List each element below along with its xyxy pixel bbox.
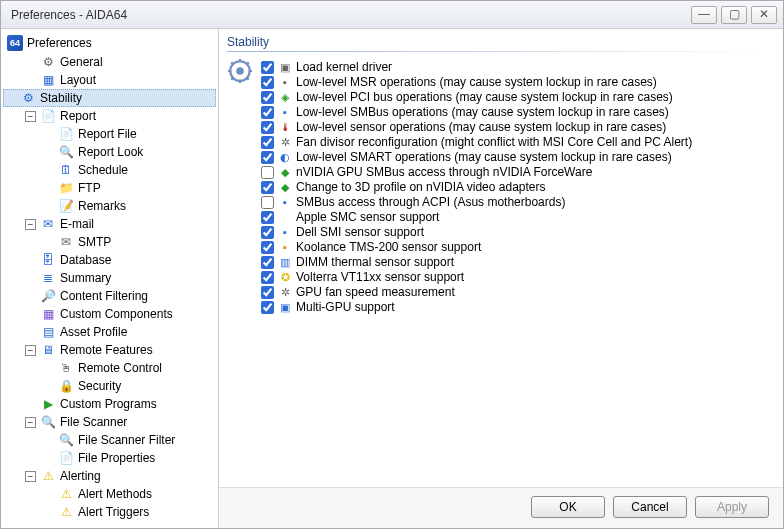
tree-item-asset-profile[interactable]: ▤Asset Profile <box>3 323 216 341</box>
tree-item-e-mail[interactable]: −✉E-mail <box>3 215 216 233</box>
tree-item-remote-control[interactable]: 🖱Remote Control <box>3 359 216 377</box>
option-label: Dell SMI sensor support <box>296 225 424 239</box>
close-button[interactable]: ✕ <box>751 6 777 24</box>
option-checkbox[interactable] <box>261 166 274 179</box>
tree-item-alerting[interactable]: −⚠Alerting <box>3 467 216 485</box>
option-checkbox[interactable] <box>261 196 274 209</box>
tree-item-report[interactable]: −📄Report <box>3 107 216 125</box>
option-checkbox[interactable] <box>261 301 274 314</box>
expander-icon[interactable]: − <box>25 345 36 356</box>
tree-item-label: Alert Triggers <box>78 505 149 519</box>
maximize-button[interactable]: ▢ <box>721 6 747 24</box>
option-checkbox[interactable] <box>261 121 274 134</box>
option-row: ▣Load kernel driver <box>261 60 692 74</box>
svg-line-7 <box>247 78 249 80</box>
tree-item-ftp[interactable]: 📁FTP <box>3 179 216 197</box>
tree-item-label: FTP <box>78 181 101 195</box>
option-icon: ✲ <box>278 285 292 299</box>
tree-item-label: Report <box>60 109 96 123</box>
option-icon: ◈ <box>278 90 292 104</box>
cancel-button[interactable]: Cancel <box>613 496 687 518</box>
option-label: Low-level SMBus operations (may cause sy… <box>296 105 669 119</box>
option-icon: ▣ <box>278 300 292 314</box>
tree-item-smtp[interactable]: ✉SMTP <box>3 233 216 251</box>
option-checkbox[interactable] <box>261 151 274 164</box>
option-checkbox[interactable] <box>261 181 274 194</box>
tree-item-label: General <box>60 55 103 69</box>
option-checkbox[interactable] <box>261 136 274 149</box>
tree-item-summary[interactable]: ≣Summary <box>3 269 216 287</box>
ok-button[interactable]: OK <box>531 496 605 518</box>
option-checkbox[interactable] <box>261 76 274 89</box>
option-label: Fan divisor reconfiguration (might confl… <box>296 135 692 149</box>
tree-item-file-scanner-filter[interactable]: 🔍File Scanner Filter <box>3 431 216 449</box>
tree-item-file-scanner[interactable]: −🔍File Scanner <box>3 413 216 431</box>
option-icon: ▪ <box>278 240 292 254</box>
tree-item-label: Remote Features <box>60 343 153 357</box>
expander-icon[interactable]: − <box>25 471 36 482</box>
option-icon: ▪ <box>278 75 292 89</box>
option-checkbox[interactable] <box>261 61 274 74</box>
remote-features-icon: 🖥 <box>40 342 56 358</box>
tree-item-alert-triggers[interactable]: ⚠Alert Triggers <box>3 503 216 521</box>
option-checkbox[interactable] <box>261 241 274 254</box>
option-label: SMBus access through ACPI (Asus motherbo… <box>296 195 565 209</box>
tree-item-label: E-mail <box>60 217 94 231</box>
option-row: Apple SMC sensor support <box>261 210 692 224</box>
option-row: 🌡Low-level sensor operations (may cause … <box>261 120 692 134</box>
summary-icon: ≣ <box>40 270 56 286</box>
report-icon: 📄 <box>40 108 56 124</box>
stability-icon: ⚙ <box>20 90 36 106</box>
expander-icon[interactable]: − <box>25 417 36 428</box>
tree-item-schedule[interactable]: 🗓Schedule <box>3 161 216 179</box>
expander-icon[interactable]: − <box>25 219 36 230</box>
option-label: Multi-GPU support <box>296 300 395 314</box>
option-icon: ▣ <box>278 60 292 74</box>
tree-item-stability[interactable]: ⚙Stability <box>3 89 216 107</box>
tree-item-security[interactable]: 🔒Security <box>3 377 216 395</box>
option-row: ▪Koolance TMS-200 sensor support <box>261 240 692 254</box>
tree-item-general[interactable]: ⚙General <box>3 53 216 71</box>
option-checkbox[interactable] <box>261 211 274 224</box>
option-checkbox[interactable] <box>261 91 274 104</box>
file-properties-icon: 📄 <box>58 450 74 466</box>
option-checkbox[interactable] <box>261 226 274 239</box>
tree-item-report-file[interactable]: 📄Report File <box>3 125 216 143</box>
tree-item-label: File Scanner Filter <box>78 433 175 447</box>
expander-icon[interactable]: − <box>25 111 36 122</box>
tree-item-content-filtering[interactable]: 🔎Content Filtering <box>3 287 216 305</box>
option-icon: ▪ <box>278 105 292 119</box>
tree-item-layout[interactable]: ▦Layout <box>3 71 216 89</box>
option-label: Volterra VT11xx sensor support <box>296 270 464 284</box>
custom-programs-icon: ▶ <box>40 396 56 412</box>
tree-item-custom-components[interactable]: ▦Custom Components <box>3 305 216 323</box>
tree-item-remote-features[interactable]: −🖥Remote Features <box>3 341 216 359</box>
tree-item-remarks[interactable]: 📝Remarks <box>3 197 216 215</box>
option-checkbox[interactable] <box>261 271 274 284</box>
custom-components-icon: ▦ <box>40 306 56 322</box>
svg-line-8 <box>231 78 233 80</box>
nav-tree[interactable]: 64 Preferences ⚙General▦Layout⚙Stability… <box>1 29 219 528</box>
tree-item-alert-methods[interactable]: ⚠Alert Methods <box>3 485 216 503</box>
apply-button[interactable]: Apply <box>695 496 769 518</box>
stability-panel: Stability ▣Load kernel driver▪Low-level … <box>219 29 783 487</box>
option-icon: ◐ <box>278 150 292 164</box>
database-icon: 🗄 <box>40 252 56 268</box>
tree-item-label: Alerting <box>60 469 101 483</box>
tree-item-database[interactable]: 🗄Database <box>3 251 216 269</box>
minimize-button[interactable]: — <box>691 6 717 24</box>
panel-title: Stability <box>227 35 773 51</box>
tree-root-preferences[interactable]: 64 Preferences <box>3 33 216 53</box>
option-checkbox[interactable] <box>261 106 274 119</box>
tree-item-label: Database <box>60 253 111 267</box>
option-label: Low-level sensor operations (may cause s… <box>296 120 666 134</box>
option-checkbox[interactable] <box>261 286 274 299</box>
tree-item-report-look[interactable]: 🔍Report Look <box>3 143 216 161</box>
tree-item-label: Report File <box>78 127 137 141</box>
tree-item-file-properties[interactable]: 📄File Properties <box>3 449 216 467</box>
tree-item-custom-programs[interactable]: ▶Custom Programs <box>3 395 216 413</box>
option-icon: ◆ <box>278 180 292 194</box>
option-checkbox[interactable] <box>261 256 274 269</box>
option-row: ▪SMBus access through ACPI (Asus motherb… <box>261 195 692 209</box>
tree-item-label: Layout <box>60 73 96 87</box>
